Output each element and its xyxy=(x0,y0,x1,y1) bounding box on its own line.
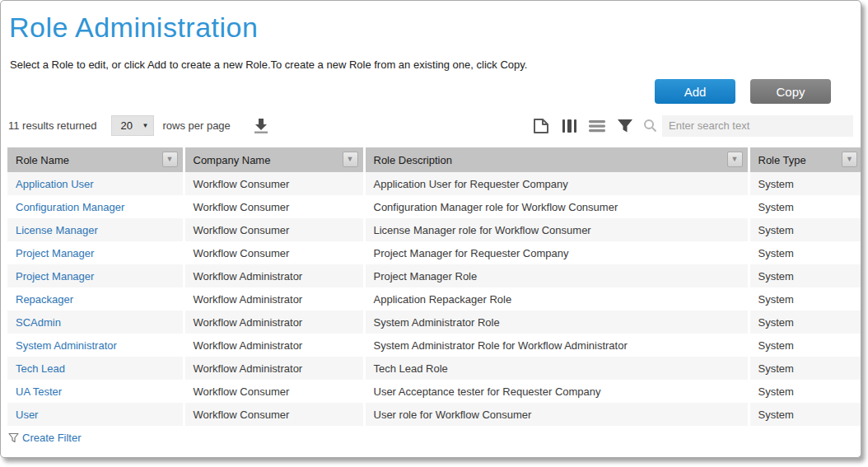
table-row[interactable]: SCAdmin Workflow Administrator System Ad… xyxy=(7,311,861,334)
table-header: Role Name ▼ Company Name ▼ Role Descript… xyxy=(7,147,861,172)
column-filter-dropdown[interactable]: ▼ xyxy=(727,152,743,167)
role-type-cell: System xyxy=(749,311,861,334)
role-description-cell: Application User for Requester Company xyxy=(364,172,749,195)
download-icon[interactable] xyxy=(252,118,270,134)
role-name-link[interactable]: System Administrator xyxy=(16,339,117,352)
role-type-cell: System xyxy=(749,241,861,264)
column-filter-dropdown[interactable]: ▼ xyxy=(162,152,178,167)
table-row[interactable]: Configuration Manager Workflow Consumer … xyxy=(7,195,861,218)
add-button[interactable]: Add xyxy=(655,79,735,104)
copy-button[interactable]: Copy xyxy=(750,79,831,104)
role-name-cell: System Administrator xyxy=(7,334,184,357)
role-name-link[interactable]: SCAdmin xyxy=(16,316,61,329)
table-row[interactable]: Project Manager Workflow Administrator P… xyxy=(7,264,861,287)
screenshot-canvas: Role Administration Select a Role to edi… xyxy=(0,0,868,467)
create-filter-label: Create Filter xyxy=(22,432,82,444)
role-type-cell: System xyxy=(749,380,861,403)
column-label: Role Name xyxy=(16,154,69,166)
column-header-role-description[interactable]: Role Description ▼ xyxy=(364,147,749,172)
chevron-down-icon: ▼ xyxy=(846,156,853,163)
chevron-down-icon: ▼ xyxy=(347,156,354,163)
role-description-cell: License Manager role for Workflow Consum… xyxy=(364,218,749,241)
role-type-cell: System xyxy=(749,218,861,241)
create-filter-link[interactable]: Create Filter xyxy=(8,426,861,449)
toolbar-right xyxy=(532,115,853,137)
filter-outline-icon xyxy=(8,432,19,443)
role-name-cell: Repackager xyxy=(7,287,184,311)
search-icon xyxy=(643,119,657,133)
toolbar-left: 11 results returned 20 ▼ rows per page xyxy=(8,115,270,136)
table-row[interactable]: Application User Workflow Consumer Appli… xyxy=(7,172,861,195)
role-name-cell: Tech Lead xyxy=(7,357,184,380)
role-name-link[interactable]: License Manager xyxy=(16,224,98,236)
role-name-cell: Project Manager xyxy=(7,241,184,264)
role-name-link[interactable]: Configuration Manager xyxy=(16,201,124,213)
rows-per-page-value: 20 xyxy=(120,119,132,132)
column-filter-dropdown[interactable]: ▼ xyxy=(842,152,857,167)
company-name-cell: Workflow Administrator xyxy=(184,287,364,311)
company-name-cell: Workflow Consumer xyxy=(184,218,364,241)
company-name-cell: Workflow Administrator xyxy=(184,357,364,380)
rows-per-page-select[interactable]: 20 ▼ xyxy=(111,115,154,136)
role-description-cell: Project Manager Role xyxy=(364,264,749,287)
table-row[interactable]: User Workflow Consumer User role for Wor… xyxy=(7,403,861,426)
role-type-cell: System xyxy=(749,264,861,287)
role-description-cell: System Administrator Role xyxy=(364,311,749,334)
column-header-role-name[interactable]: Role Name ▼ xyxy=(7,147,184,172)
search-input[interactable] xyxy=(662,115,853,137)
table-row[interactable]: System Administrator Workflow Administra… xyxy=(7,334,861,357)
role-name-cell: Configuration Manager xyxy=(7,195,184,218)
role-name-link[interactable]: Application User xyxy=(16,178,94,190)
role-name-link[interactable]: Repackager xyxy=(16,293,73,306)
chevron-down-icon: ▼ xyxy=(142,122,149,129)
company-name-cell: Workflow Consumer xyxy=(184,195,364,218)
role-name-link[interactable]: Project Manager xyxy=(16,247,94,259)
role-type-cell: System xyxy=(749,357,861,380)
column-header-company-name[interactable]: Company Name ▼ xyxy=(184,147,364,172)
role-description-cell: Project Manager for Requester Company xyxy=(364,241,749,264)
role-description-cell: Application Repackager Role xyxy=(364,287,749,311)
role-name-link[interactable]: UA Tester xyxy=(16,385,62,398)
column-label: Role Type xyxy=(758,154,806,166)
column-filter-dropdown[interactable]: ▼ xyxy=(343,152,358,167)
role-description-cell: Tech Lead Role xyxy=(364,357,749,380)
filter-icon[interactable] xyxy=(617,118,633,134)
role-name-cell: License Manager xyxy=(7,218,184,241)
column-header-role-type[interactable]: Role Type ▼ xyxy=(749,147,861,172)
results-count: 11 results returned xyxy=(8,119,96,132)
company-name-cell: Workflow Consumer xyxy=(184,403,364,426)
company-name-cell: Workflow Administrator xyxy=(184,334,364,357)
table-row[interactable]: Project Manager Workflow Consumer Projec… xyxy=(7,241,861,264)
role-name-cell: User xyxy=(7,403,184,426)
role-description-cell: User role for Workflow Consumer xyxy=(364,403,749,426)
table-row[interactable]: License Manager Workflow Consumer Licens… xyxy=(7,218,861,241)
grid-toolbar: 11 results returned 20 ▼ rows per page xyxy=(1,114,861,137)
role-name-cell: UA Tester xyxy=(7,380,184,403)
role-name-cell: Application User xyxy=(7,172,184,195)
role-description-cell: User Acceptance tester for Requester Com… xyxy=(364,380,749,403)
role-name-link[interactable]: User xyxy=(16,409,38,421)
company-name-cell: Workflow Consumer xyxy=(184,241,364,264)
role-name-link[interactable]: Tech Lead xyxy=(16,362,65,375)
new-page-icon[interactable] xyxy=(532,118,550,134)
page-subtitle: Select a Role to edit, or click Add to c… xyxy=(10,58,861,71)
role-type-cell: System xyxy=(749,195,861,218)
role-description-cell: System Administrator Role for Workflow A… xyxy=(364,334,749,357)
table-row[interactable]: UA Tester Workflow Consumer User Accepta… xyxy=(7,380,861,403)
table-row[interactable]: Tech Lead Workflow Administrator Tech Le… xyxy=(7,357,861,380)
chevron-down-icon: ▼ xyxy=(166,156,174,163)
role-name-link[interactable]: Project Manager xyxy=(16,270,94,283)
role-administration-page: Role Administration Select a Role to edi… xyxy=(0,0,861,458)
columns-icon[interactable] xyxy=(561,118,577,134)
search-box xyxy=(643,115,853,137)
rows-icon[interactable] xyxy=(588,118,606,134)
role-type-cell: System xyxy=(749,334,861,357)
rows-per-page-label: rows per page xyxy=(162,119,230,132)
action-buttons-row: Add Copy xyxy=(1,79,861,104)
company-name-cell: Workflow Consumer xyxy=(184,380,364,403)
chevron-down-icon: ▼ xyxy=(731,156,739,163)
table-body: Application User Workflow Consumer Appli… xyxy=(7,172,861,426)
role-type-cell: System xyxy=(749,172,861,195)
table-row[interactable]: Repackager Workflow Administrator Applic… xyxy=(7,287,861,311)
page-title: Role Administration xyxy=(9,9,861,45)
